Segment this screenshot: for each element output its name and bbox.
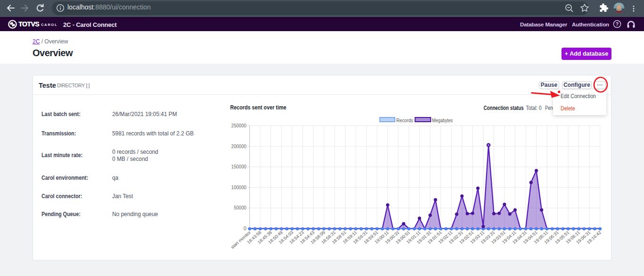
svg-text:200000: 200000 (231, 143, 247, 149)
svg-text:Megabytes: Megabytes (432, 117, 453, 123)
svg-text:250000: 250000 (231, 123, 247, 128)
svg-text:100000: 100000 (231, 184, 247, 190)
svg-text:Connection status: Connection status (484, 105, 524, 111)
svg-text:0: 0 (244, 226, 247, 231)
svg-text:?: ? (616, 21, 619, 27)
svg-text:Records: Records (396, 117, 413, 123)
svg-text:150000: 150000 (231, 164, 247, 169)
svg-text:50000: 50000 (234, 205, 247, 210)
svg-text:Total: 0: Total: 0 (526, 105, 542, 111)
svg-text:Records sent over time: Records sent over time (230, 104, 286, 111)
